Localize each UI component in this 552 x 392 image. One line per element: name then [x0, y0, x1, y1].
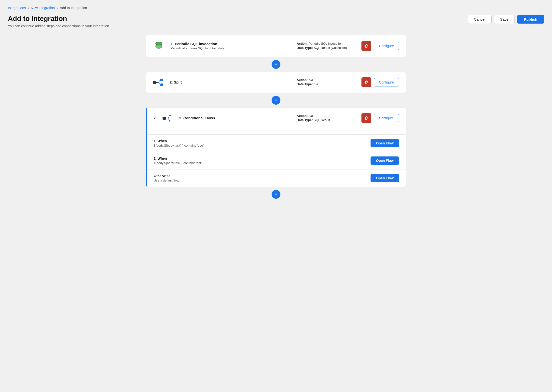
- step-1-buttons: Configure: [361, 41, 399, 51]
- step-2-title: 2. Split: [170, 80, 291, 84]
- step-2-action-line: Action: n/a: [297, 78, 356, 82]
- breadcrumb-sep-1: ›: [28, 6, 29, 10]
- page-title: Add to Integration: [8, 15, 110, 23]
- header-left: Add to Integration You can continue addi…: [8, 15, 110, 28]
- flow-item-2-left: 2. When ${body.${body.task}} contains 'c…: [154, 156, 202, 165]
- plus-icon-3: +: [275, 192, 278, 197]
- step-2-action: Action: n/a Data Type: n/a: [297, 78, 356, 86]
- flow-item-2-condition: ${body.${body.task}} contains 'cat': [154, 161, 202, 165]
- trash-icon-2: [364, 80, 369, 84]
- step-1-configure-button[interactable]: Configure: [374, 42, 399, 50]
- step-1-action: Action: Periodic SQL invocation Data Typ…: [297, 42, 356, 50]
- conditional-svg: [163, 114, 173, 123]
- flow-item-1-condition: ${body.${body.task} } contains 'dog': [154, 144, 204, 147]
- svg-rect-2: [153, 81, 156, 84]
- plus-icon-2: +: [275, 98, 278, 103]
- flow-item-3-open-button[interactable]: Open Flow: [371, 174, 399, 182]
- svg-rect-8: [163, 117, 166, 120]
- step-2-delete-button[interactable]: [361, 77, 371, 87]
- step-1-delete-button[interactable]: [361, 41, 371, 51]
- step-3-datatype-line: Data Type: SQL Result: [297, 118, 356, 122]
- step-2-datatype-line: Data Type: n/a: [297, 82, 356, 86]
- svg-line-5: [158, 83, 160, 85]
- step-1-action-line: Action: Periodic SQL invocation: [297, 42, 356, 45]
- header-buttons: Cancel Save Publish: [468, 15, 544, 24]
- step-1-datatype-line: Data Type: SQL Result (Collection): [297, 46, 356, 50]
- add-step-button-3[interactable]: +: [272, 190, 280, 199]
- step-card-1: 1. Periodic SQL invocation Periodically …: [146, 35, 406, 57]
- add-step-row-2: +: [146, 93, 406, 108]
- step-1-subtitle: Periodically invoke SQL to obtain data.: [171, 46, 291, 50]
- add-step-button-2[interactable]: +: [272, 96, 280, 105]
- split-svg: [153, 78, 164, 87]
- flow-item-3: Otherwise Use a default flow Open Flow: [147, 169, 406, 187]
- add-step-row-3: +: [146, 187, 406, 202]
- step-3-title: 3. Conditional Flows: [179, 116, 291, 120]
- breadcrumb-new-integration[interactable]: New integration: [31, 6, 55, 10]
- step-card-2: 2. Split Action: n/a Data Type: n/a Conf…: [146, 72, 406, 93]
- flow-item-2: 2. When ${body.${body.task}} contains 'c…: [147, 152, 406, 169]
- step-2-buttons: Configure: [361, 77, 399, 87]
- add-step-button-1[interactable]: +: [272, 60, 280, 69]
- breadcrumb: Integrations › New integration › Add to …: [8, 6, 544, 10]
- flow-item-3-title: Otherwise: [154, 174, 179, 178]
- flow-item-1-open-button[interactable]: Open Flow: [371, 139, 399, 147]
- page-subtitle: You can continue adding steps and connec…: [8, 24, 110, 28]
- flow-item-1-left: 1. When ${body.${body.task} } contains '…: [154, 139, 204, 147]
- step-icon-sql: [153, 40, 165, 52]
- flow-item-1: 1. When ${body.${body.task} } contains '…: [147, 135, 406, 152]
- step-1-info: 1. Periodic SQL invocation Periodically …: [171, 42, 291, 50]
- breadcrumb-sep-2: ›: [57, 6, 58, 10]
- page-header: Add to Integration You can continue addi…: [8, 15, 544, 28]
- cancel-button[interactable]: Cancel: [468, 15, 492, 24]
- svg-line-4: [158, 80, 160, 83]
- step-3-buttons: Configure: [361, 113, 399, 123]
- step-2-info: 2. Split: [170, 80, 291, 85]
- step-card-3: ▾ 3. Conditional Flows: [146, 108, 406, 187]
- step-icon-conditional: [163, 113, 173, 124]
- svg-rect-7: [160, 84, 163, 86]
- step-3-info: 3. Conditional Flows: [179, 116, 291, 121]
- content-area: 1. Periodic SQL invocation Periodically …: [8, 35, 544, 202]
- svg-marker-13: [169, 121, 171, 122]
- step-3-configure-button[interactable]: Configure: [374, 114, 399, 122]
- trash-icon: [364, 44, 369, 48]
- step-2-configure-button[interactable]: Configure: [374, 78, 399, 86]
- flow-item-1-title: 1. When: [154, 139, 204, 143]
- chevron-down-icon[interactable]: ▾: [154, 116, 156, 121]
- breadcrumb-current: Add to Integration: [60, 6, 87, 10]
- step-3-action-line: Action: n/a: [297, 114, 356, 118]
- breadcrumb-integrations[interactable]: Integrations: [8, 6, 26, 10]
- conditional-header: ▾ 3. Conditional Flows: [147, 108, 406, 128]
- conditional-flows-list: 1. When ${body.${body.task} } contains '…: [147, 134, 406, 187]
- step-3-action: Action: n/a Data Type: SQL Result: [297, 114, 356, 122]
- save-button[interactable]: Save: [494, 15, 515, 24]
- flow-item-3-left: Otherwise Use a default flow: [154, 174, 179, 182]
- add-step-row-1: +: [146, 57, 406, 72]
- flow-item-3-condition: Use a default flow: [154, 179, 179, 182]
- publish-button[interactable]: Publish: [517, 15, 544, 24]
- flow-item-2-title: 2. When: [154, 156, 202, 160]
- plus-icon-1: +: [275, 62, 278, 67]
- svg-rect-6: [160, 79, 163, 81]
- trash-icon-3: [364, 116, 369, 120]
- flow-item-2-open-button[interactable]: Open Flow: [371, 156, 399, 165]
- step-3-delete-button[interactable]: [361, 113, 371, 123]
- step-1-title: 1. Periodic SQL invocation: [171, 42, 291, 46]
- step-icon-split: [153, 77, 164, 88]
- svg-marker-11: [169, 114, 171, 116]
